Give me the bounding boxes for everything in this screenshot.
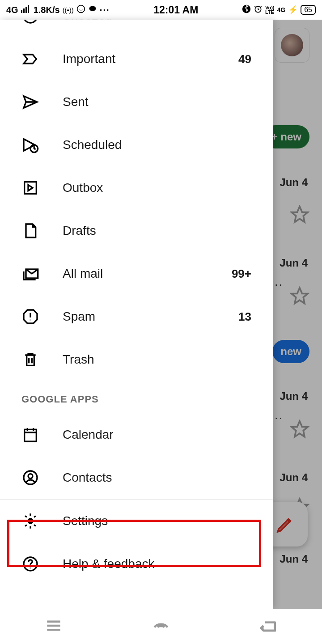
system-navbar <box>0 609 322 644</box>
drawer-label: Calendar <box>63 428 273 442</box>
navigation-drawer: Snoozed Important 49 Sent Scheduled Outb… <box>0 20 273 609</box>
status-right: Vo))LTE 4G ⚡ 65 <box>242 4 316 16</box>
nav-menu-button[interactable] <box>44 616 64 637</box>
svg-rect-12 <box>25 429 37 441</box>
drawer-item-snoozed[interactable]: Snoozed <box>0 20 273 38</box>
svg-point-4 <box>77 5 85 13</box>
drawer-item-important[interactable]: Important 49 <box>0 38 273 80</box>
drawer-label: Scheduled <box>63 138 251 152</box>
drawer-item-outbox[interactable]: Outbox <box>0 166 273 209</box>
bluetooth-icon <box>242 4 251 16</box>
svg-point-14 <box>28 474 33 479</box>
drawer-item-sent[interactable]: Sent <box>0 80 273 123</box>
svg-rect-10 <box>25 182 37 194</box>
whatsapp-icon <box>76 4 85 16</box>
scheduled-icon <box>21 136 63 154</box>
nav-back-button[interactable] <box>258 616 278 637</box>
drawer-count: 49 <box>238 52 273 66</box>
status-left: 4G 1.8K/s ((•)) ··· <box>6 4 110 16</box>
charging-icon: ⚡ <box>288 5 298 15</box>
outbox-icon <box>21 179 63 197</box>
drawer-item-contacts[interactable]: Contacts <box>0 456 273 499</box>
contacts-icon <box>21 469 63 487</box>
drawer-label: Spam <box>63 309 238 324</box>
svg-rect-2 <box>25 7 27 13</box>
status-time: 12:01 AM <box>110 4 242 16</box>
volte-label: Vo))LTE <box>265 5 275 14</box>
help-icon <box>21 555 63 573</box>
battery-level: 65 <box>301 5 316 15</box>
calendar-icon <box>21 426 63 444</box>
drawer-label: Snoozed <box>63 20 251 23</box>
drafts-icon <box>21 222 63 240</box>
signal-icon <box>21 5 31 15</box>
alarm-icon <box>254 4 263 16</box>
drawer-label: Settings <box>63 514 273 528</box>
spam-icon <box>21 308 63 326</box>
drawer-label: Trash <box>63 352 251 367</box>
more-icon: ··· <box>100 5 110 15</box>
svg-point-5 <box>89 6 96 11</box>
drawer-label: Important <box>63 52 238 66</box>
status-bar: 4G 1.8K/s ((•)) ··· 12:01 AM Vo))LTE 4G … <box>0 0 322 20</box>
svg-point-15 <box>28 519 33 523</box>
drawer-count: 13 <box>238 310 273 324</box>
drawer-section-googleapps: GOOGLE APPS <box>0 381 273 413</box>
net2-label: 4G <box>277 6 286 13</box>
drawer-item-spam[interactable]: Spam 13 <box>0 295 273 338</box>
drawer-item-scheduled[interactable]: Scheduled <box>0 123 273 166</box>
drawer-item-calendar[interactable]: Calendar <box>0 413 273 456</box>
svg-rect-0 <box>21 10 22 13</box>
allmail-icon <box>21 265 63 283</box>
drawer-item-trash[interactable]: Trash <box>0 338 273 381</box>
drawer-item-drafts[interactable]: Drafts <box>0 209 273 252</box>
gear-icon <box>21 512 63 530</box>
network-label: 4G <box>6 5 18 15</box>
drawer-label: Contacts <box>63 470 273 485</box>
nav-home-button[interactable] <box>151 616 171 637</box>
drawer-item-settings[interactable]: Settings <box>0 500 273 542</box>
drawer-label: Outbox <box>63 181 251 195</box>
svg-rect-1 <box>23 8 25 13</box>
drawer-count: 99+ <box>232 267 273 281</box>
drawer-label: Drafts <box>63 224 251 238</box>
drawer-label: Help & feedback <box>63 557 273 571</box>
clock-icon <box>21 20 63 25</box>
backdrop-shade[interactable] <box>273 20 322 609</box>
important-icon <box>21 50 63 68</box>
drawer-label: All mail <box>63 267 232 281</box>
drawer-item-help[interactable]: Help & feedback <box>0 542 273 584</box>
trash-icon <box>21 351 63 369</box>
hotspot-icon: ((•)) <box>63 6 74 14</box>
speed-label: 1.8K/s <box>34 5 60 15</box>
svg-point-8 <box>24 20 37 23</box>
chat-icon <box>88 4 97 16</box>
drawer-item-allmail[interactable]: All mail 99+ <box>0 252 273 295</box>
drawer-label: Sent <box>63 95 251 109</box>
sent-icon <box>21 93 63 111</box>
svg-rect-3 <box>28 5 29 13</box>
